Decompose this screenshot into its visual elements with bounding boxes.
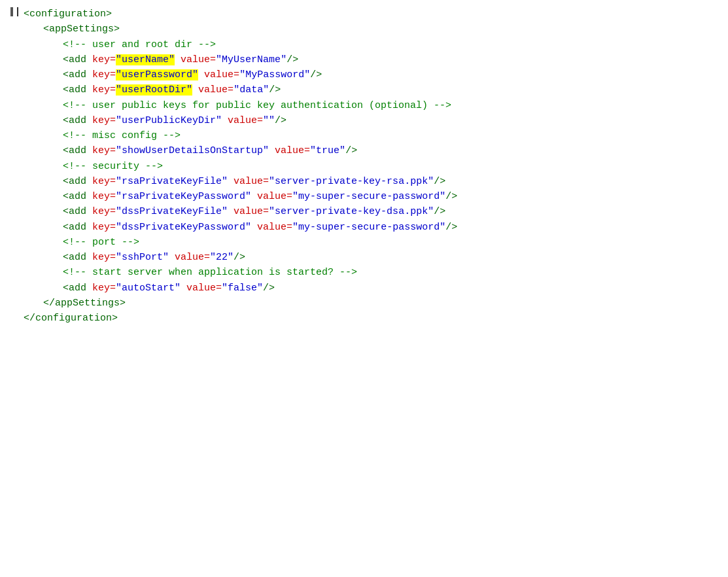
token-attr-value-hl: userRootDir	[122, 84, 186, 96]
token-tag: <add	[63, 206, 92, 217]
line-content: <!-- user and root dir -->	[24, 37, 728, 52]
line: <add key="sshPort" value="22"/>	[7, 250, 728, 265]
token-attr-name: value=	[275, 145, 310, 156]
line: <configuration>	[7, 7, 728, 22]
line: <!-- misc config -->	[7, 128, 728, 143]
line: <add key="rsaPrivateKeyFile" value="serv…	[7, 174, 728, 189]
token-attr-name: key=	[92, 176, 116, 187]
token-tag: />	[310, 69, 322, 80]
line: <!-- port -->	[7, 235, 728, 250]
code-editor: <configuration><appSettings><!-- user an…	[0, 7, 728, 326]
line-content: <!-- port -->	[24, 235, 728, 250]
token-attr-name: key=	[92, 206, 116, 217]
line: <add key="dssPrivateKeyPassword" value="…	[7, 220, 728, 235]
gutter	[7, 7, 18, 16]
token-attr-value-highlight: "	[186, 84, 192, 96]
token-attr-name: key=	[92, 283, 116, 294]
line-content: <add key="rsaPrivateKeyPassword" value="…	[24, 189, 728, 204]
token-attr-value-highlight: "	[116, 84, 122, 96]
line: <add key="dssPrivateKeyFile" value="serv…	[7, 204, 728, 219]
token-attr-name: value=	[204, 69, 239, 80]
token-tag	[198, 69, 204, 80]
token-tag: <configuration>	[24, 9, 112, 20]
token-attr-value: "dssPrivateKeyFile"	[116, 206, 228, 217]
token-attr-value: "data"	[234, 84, 269, 96]
token-tag	[269, 145, 275, 156]
token-attr-value-hl: userName	[122, 54, 169, 65]
line-content: <!-- misc config -->	[24, 128, 728, 143]
token-tag: <add	[63, 69, 92, 80]
token-tag: <add	[63, 283, 92, 294]
line-content: <add key="dssPrivateKeyFile" value="serv…	[24, 204, 728, 219]
line-content: <add key="userPublicKeyDir" value=""/>	[24, 113, 728, 128]
token-tag	[181, 283, 186, 294]
token-tag	[222, 115, 228, 126]
token-attr-name: key=	[92, 84, 116, 96]
token-attr-value: "autoStart"	[116, 283, 181, 294]
token-attr-value: "server-private-key-rsa.ppk"	[269, 176, 434, 187]
token-tag	[228, 206, 234, 217]
token-attr-name: value=	[234, 176, 269, 187]
token-tag: <add	[63, 115, 92, 126]
token-attr-value: "server-private-key-dsa.ppk"	[269, 206, 434, 217]
token-attr-value: "22"	[210, 252, 234, 263]
token-attr-value: "MyPassword"	[239, 69, 310, 80]
token-attr-value-highlight: "	[116, 54, 122, 65]
token-attr-value: "my-super-secure-password"	[292, 222, 445, 233]
token-tag	[169, 252, 175, 263]
line-content: <add key="autoStart" value="false"/>	[24, 281, 728, 296]
token-tag: <add	[63, 84, 92, 96]
line-content: <!-- start server when application is st…	[24, 265, 728, 280]
line: </configuration>	[7, 311, 728, 326]
line: <!-- security -->	[7, 159, 728, 174]
token-attr-value: "showUserDetailsOnStartup"	[116, 145, 269, 156]
token-tag: />	[445, 191, 457, 202]
token-tag: />	[269, 84, 281, 96]
line-content: </appSettings>	[24, 296, 728, 311]
token-attr-value: "true"	[310, 145, 345, 156]
line-content: <add key="sshPort" value="22"/>	[24, 250, 728, 265]
line-content: <add key="rsaPrivateKeyFile" value="serv…	[24, 174, 728, 189]
token-attr-value: "rsaPrivateKeyFile"	[116, 176, 228, 187]
token-tag: <appSettings>	[43, 24, 120, 35]
line: <appSettings>	[7, 22, 728, 37]
token-tag: <add	[63, 222, 92, 233]
token-attr-value: "rsaPrivateKeyPassword"	[116, 191, 251, 202]
token-tag: </configuration>	[24, 313, 118, 324]
line: <add key="userName" value="MyUserName"/>	[7, 52, 728, 67]
token-attr-name: value=	[186, 283, 222, 294]
token-attr-value-highlight: "	[116, 69, 122, 80]
token-attr-name: key=	[92, 252, 116, 263]
token-attr-name: value=	[175, 252, 210, 263]
token-attr-value: "my-super-secure-password"	[292, 191, 445, 202]
line: <add key="userPublicKeyDir" value=""/>	[7, 113, 728, 128]
token-attr-value-hl: userPassword	[122, 69, 192, 80]
line: <!-- user public keys for public key aut…	[7, 98, 728, 113]
token-tag	[251, 222, 257, 233]
token-attr-name: key=	[92, 191, 116, 202]
line: <add key="autoStart" value="false"/>	[7, 281, 728, 296]
token-attr-value-highlight: "	[169, 54, 175, 65]
line-content: <!-- user public keys for public key aut…	[24, 98, 728, 113]
token-attr-name: key=	[92, 115, 116, 126]
line: <add key="userPassword" value="MyPasswor…	[7, 67, 728, 82]
token-tag: </appSettings>	[43, 298, 126, 309]
line: <add key="showUserDetailsOnStartup" valu…	[7, 143, 728, 158]
line-content: <add key="dssPrivateKeyPassword" value="…	[24, 220, 728, 235]
token-attr-name: key=	[92, 54, 116, 65]
token-comment: <!-- port -->	[63, 237, 139, 248]
token-comment: <!-- user public keys for public key aut…	[63, 100, 451, 111]
token-attr-name: value=	[198, 84, 234, 96]
token-tag	[251, 191, 257, 202]
line: <!-- user and root dir -->	[7, 37, 728, 52]
token-comment: <!-- misc config -->	[63, 130, 181, 141]
token-tag: <add	[63, 54, 92, 65]
line-content: <appSettings>	[24, 22, 728, 37]
token-attr-value: "MyUserName"	[216, 54, 286, 65]
token-tag: <add	[63, 252, 92, 263]
line: <add key="rsaPrivateKeyPassword" value="…	[7, 189, 728, 204]
token-tag: />	[286, 54, 298, 65]
token-tag: />	[275, 115, 286, 126]
token-attr-value: ""	[263, 115, 275, 126]
token-attr-name: key=	[92, 222, 116, 233]
